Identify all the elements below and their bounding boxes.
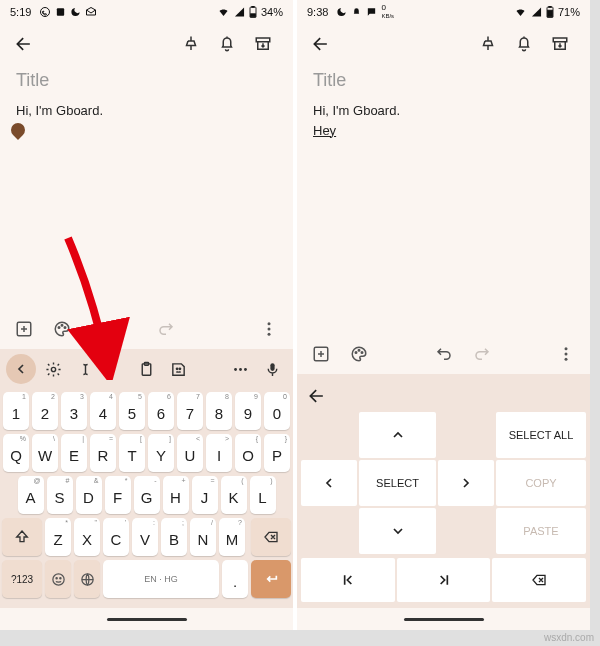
qwerty-keyboard: 11223344556677889900 %Q\W|E=R[T]Y<U>I{O}…: [0, 389, 293, 608]
key-x[interactable]: "X: [74, 518, 100, 556]
note-body[interactable]: Title Hi, I'm Gboard.: [0, 64, 293, 309]
key-i[interactable]: >I: [206, 434, 232, 472]
add-box-button[interactable]: [8, 313, 40, 345]
key-0[interactable]: 00: [264, 392, 290, 430]
key-h[interactable]: +H: [163, 476, 189, 514]
period-key[interactable]: .: [222, 560, 248, 598]
note-title-placeholder[interactable]: Title: [313, 70, 574, 91]
key-q[interactable]: %Q: [3, 434, 29, 472]
voice-input-button[interactable]: [257, 354, 287, 384]
more-button[interactable]: [550, 338, 582, 370]
back-button[interactable]: [6, 26, 42, 62]
key-c[interactable]: 'C: [103, 518, 129, 556]
key-g[interactable]: -G: [134, 476, 160, 514]
cursor-panel-back-button[interactable]: [297, 380, 590, 412]
key-2[interactable]: 22: [32, 392, 58, 430]
enter-icon: [262, 571, 280, 587]
pin-button[interactable]: [470, 26, 506, 62]
key-p[interactable]: }P: [264, 434, 290, 472]
wifi-icon: [514, 6, 527, 18]
key-d[interactable]: &D: [76, 476, 102, 514]
archive-button[interactable]: [542, 26, 578, 62]
note-text-line[interactable]: Hey: [313, 121, 574, 141]
nav-pill[interactable]: [404, 618, 484, 621]
cursor-down-button[interactable]: [359, 508, 436, 554]
plus-box-icon: [15, 320, 33, 338]
note-text-line[interactable]: Hi, I'm Gboard.: [16, 101, 277, 121]
key-e[interactable]: |E: [61, 434, 87, 472]
keyboard-collapse-button[interactable]: [6, 354, 36, 384]
more-button[interactable]: [253, 313, 285, 345]
key-z[interactable]: *Z: [45, 518, 71, 556]
key-o[interactable]: {O: [235, 434, 261, 472]
cursor-backspace-button[interactable]: [492, 558, 586, 602]
key-6[interactable]: 66: [148, 392, 174, 430]
key-l[interactable]: )L: [250, 476, 276, 514]
symbols-key[interactable]: ?123: [2, 560, 42, 598]
key-4[interactable]: 44: [90, 392, 116, 430]
sticker-button[interactable]: [164, 354, 194, 384]
key-j[interactable]: =J: [192, 476, 218, 514]
clipboard-button[interactable]: [132, 354, 162, 384]
cursor-end-button[interactable]: [397, 558, 491, 602]
note-title-placeholder[interactable]: Title: [16, 70, 277, 91]
undo-button[interactable]: [428, 338, 460, 370]
mic-icon: [264, 361, 281, 378]
key-u[interactable]: <U: [177, 434, 203, 472]
key-m[interactable]: ?M: [219, 518, 245, 556]
note-body[interactable]: Title Hi, I'm Gboard. Hey: [297, 64, 590, 334]
key-9[interactable]: 99: [235, 392, 261, 430]
key-3[interactable]: 33: [61, 392, 87, 430]
key-v[interactable]: :V: [132, 518, 158, 556]
svg-point-20: [244, 368, 247, 371]
key-7[interactable]: 77: [177, 392, 203, 430]
svg-point-9: [64, 327, 66, 329]
key-b[interactable]: ;B: [161, 518, 187, 556]
app-bar: [0, 24, 293, 64]
select-button[interactable]: SELECT: [359, 460, 436, 506]
space-key[interactable]: EN · HG: [103, 560, 219, 598]
key-s[interactable]: #S: [47, 476, 73, 514]
sticker-icon: [170, 361, 187, 378]
cursor-home-button[interactable]: [301, 558, 395, 602]
key-y[interactable]: ]Y: [148, 434, 174, 472]
back-button[interactable]: [303, 26, 339, 62]
keyboard-settings-button[interactable]: [38, 354, 68, 384]
select-all-button[interactable]: SELECT ALL: [496, 412, 586, 458]
shift-key[interactable]: [2, 518, 42, 556]
language-key[interactable]: [74, 560, 100, 598]
note-text-line[interactable]: Hi, I'm Gboard.: [313, 101, 574, 121]
key-8[interactable]: 88: [206, 392, 232, 430]
palette-button[interactable]: [46, 313, 78, 345]
add-box-button[interactable]: [305, 338, 337, 370]
status-bar: 5:19 34%: [0, 0, 293, 24]
key-5[interactable]: 55: [119, 392, 145, 430]
svg-point-33: [361, 352, 363, 354]
backspace-key[interactable]: [251, 518, 291, 556]
key-t[interactable]: [T: [119, 434, 145, 472]
key-k[interactable]: (K: [221, 476, 247, 514]
cursor-control-button[interactable]: [70, 354, 100, 384]
archive-button[interactable]: [245, 26, 281, 62]
chevron-left-icon: [13, 361, 29, 377]
key-f[interactable]: *F: [105, 476, 131, 514]
cursor-up-button[interactable]: [359, 412, 436, 458]
keyboard-more-button[interactable]: [225, 354, 255, 384]
enter-key[interactable]: [251, 560, 291, 598]
reminder-button[interactable]: [506, 26, 542, 62]
pin-button[interactable]: [173, 26, 209, 62]
cursor-left-button[interactable]: [301, 460, 357, 506]
key-a[interactable]: @A: [18, 476, 44, 514]
emoji-key[interactable]: [45, 560, 71, 598]
svg-point-36: [565, 358, 568, 361]
key-w[interactable]: \W: [32, 434, 58, 472]
palette-button[interactable]: [343, 338, 375, 370]
svg-rect-1: [57, 8, 64, 15]
key-r[interactable]: =R: [90, 434, 116, 472]
cursor-right-button[interactable]: [438, 460, 494, 506]
key-n[interactable]: /N: [190, 518, 216, 556]
key-1[interactable]: 11: [3, 392, 29, 430]
text-cursor-handle[interactable]: [8, 120, 28, 140]
nav-pill[interactable]: [107, 618, 187, 621]
reminder-button[interactable]: [209, 26, 245, 62]
